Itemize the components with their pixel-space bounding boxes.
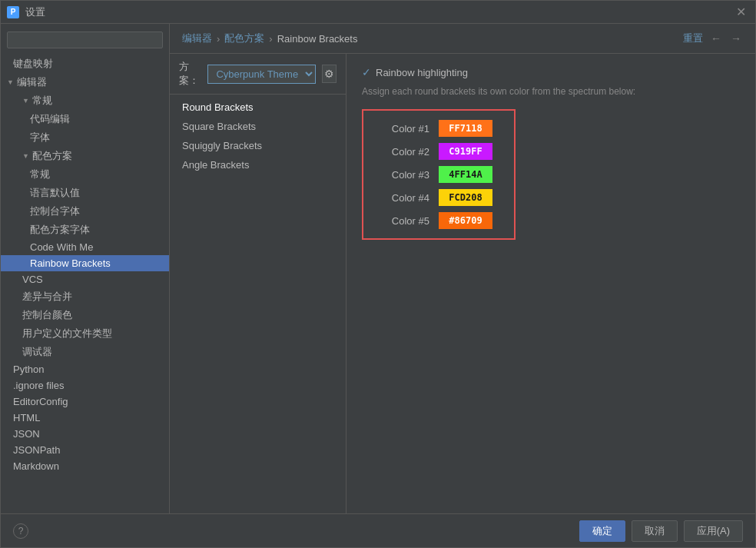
sidebar-item-editorconfig[interactable]: EditorConfig [1,394,169,410]
color-row-4: Color #4 FCD208 [376,189,502,206]
main-content: 键盘映射 ▼ 编辑器 ▼ 常规 代码编辑 字体 ▼ 配色方案 常规 语言默认值 … [1,24,755,513]
sidebar-item-codewithme[interactable]: Code With Me [1,239,169,255]
color-swatch-4[interactable]: FCD208 [439,189,492,206]
sidebar-item-ignore[interactable]: .ignore files [1,377,169,394]
search-input[interactable] [7,32,163,48]
bracket-item-square[interactable]: Square Brackets [170,117,346,136]
expand-icon: ▼ [7,78,14,86]
color-row-5: Color #5 #86709 [376,212,502,229]
sidebar-item-font[interactable]: 字体 [1,128,169,147]
breadcrumb-sep1: › [217,33,220,45]
app-icon: P [7,6,19,18]
bracket-list: Round Brackets Square Brackets Squiggly … [170,95,346,513]
rainbow-check-row: ✓ Rainbow highlighting [362,66,740,78]
sidebar-item-general-header[interactable]: ▼ 常规 [1,91,169,110]
color-label-3: Color #3 [376,169,429,181]
sidebar-item-code-edit[interactable]: 代码编辑 [1,110,169,128]
nav-forward-button[interactable]: → [729,32,743,45]
color-swatch-3[interactable]: 4FF14A [439,166,492,183]
close-button[interactable]: ✕ [733,5,749,19]
color-box-area: Color #1 FF7118 Color #2 C919FF Color #3… [362,109,516,240]
color-row-1: Color #1 FF7118 [376,120,502,137]
sidebar-item-debugger[interactable]: 调试器 [1,343,169,361]
sidebar-item-scheme-font[interactable]: 配色方案字体 [1,221,169,239]
breadcrumb-actions: 重置 ← → [683,32,743,45]
settings-window: P 设置 ✕ 键盘映射 ▼ 编辑器 ▼ 常规 代码编辑 字体 ▼ 配色方案 [0,0,756,548]
color-swatch-2[interactable]: C919FF [439,143,492,160]
sidebar-item-markdown[interactable]: Markdown [1,458,169,474]
breadcrumb-colorscheme[interactable]: 配色方案 [224,32,264,45]
bracket-item-angle[interactable]: Angle Brackets [170,155,346,174]
rainbow-label: Rainbow highlighting [376,67,468,78]
scheme-label: 方案： [179,60,201,88]
sidebar-item-diff[interactable]: 差异与合并 [1,287,169,306]
bracket-panel: 方案： Cyberpunk Theme Default Darcula ⚙ Ro… [170,54,346,513]
sidebar-item-lang-default[interactable]: 语言默认值 [1,184,169,202]
color-row-2: Color #2 C919FF [376,143,502,160]
bracket-item-squiggly[interactable]: Squiggly Brackets [170,136,346,155]
sidebar-item-console-font[interactable]: 控制台字体 [1,202,169,221]
breadcrumb-editor[interactable]: 编辑器 [182,32,212,45]
breadcrumb-sep2: › [269,33,272,45]
expand-icon-colorscheme: ▼ [22,152,29,160]
bottom-bar: ? 确定 取消 应用(A) [1,513,755,547]
breadcrumb-current: Rainbow Brackets [277,33,358,45]
color-panel: ✓ Rainbow highlighting Assign each round… [346,54,755,513]
main-panel: 编辑器 › 配色方案 › Rainbow Brackets 重置 ← → 方案： [170,24,755,513]
sidebar-item-user-file-types[interactable]: 用户定义的文件类型 [1,324,169,343]
rainbow-checkbox[interactable]: ✓ [362,66,371,78]
rainbow-description: Assign each round brackets its own color… [362,86,740,97]
color-swatch-5[interactable]: #86709 [439,212,492,229]
color-label-4: Color #4 [376,192,429,204]
sidebar-item-html[interactable]: HTML [1,410,169,426]
panel-content: 方案： Cyberpunk Theme Default Darcula ⚙ Ro… [170,54,755,513]
apply-button[interactable]: 应用(A) [684,520,743,542]
sidebar-item-jsonpath[interactable]: JSONPath [1,442,169,458]
help-area: ? [13,523,28,539]
sidebar-item-keyboard[interactable]: 键盘映射 [1,55,169,73]
sidebar-item-editor-header[interactable]: ▼ 编辑器 [1,73,169,91]
nav-back-button[interactable]: ← [709,32,723,45]
ok-button[interactable]: 确定 [579,520,625,542]
scheme-select[interactable]: Cyberpunk Theme Default Darcula [207,65,316,84]
sidebar-item-colorscheme-header[interactable]: ▼ 配色方案 [1,147,169,165]
scheme-settings-button[interactable]: ⚙ [322,65,337,83]
expand-icon-general: ▼ [22,97,29,105]
color-label-1: Color #1 [376,123,429,135]
help-button[interactable]: ? [13,523,28,539]
sidebar-item-general2[interactable]: 常规 [1,165,169,184]
reset-button[interactable]: 重置 [683,32,703,45]
color-row-3: Color #3 4FF14A [376,166,502,183]
color-label-5: Color #5 [376,215,429,227]
sidebar-item-console-color[interactable]: 控制台颜色 [1,306,169,324]
color-label-2: Color #2 [376,146,429,158]
sidebar-item-rainbow[interactable]: Rainbow Brackets [1,255,169,271]
color-swatch-1[interactable]: FF7118 [439,120,492,137]
breadcrumb: 编辑器 › 配色方案 › Rainbow Brackets 重置 ← → [170,24,755,54]
titlebar: P 设置 ✕ [1,1,755,24]
sidebar-item-vcs[interactable]: VCS [1,271,169,287]
sidebar-item-json[interactable]: JSON [1,426,169,442]
bracket-item-round[interactable]: Round Brackets [170,98,346,117]
search-box [1,28,169,51]
window-title: 设置 [25,5,45,19]
cancel-button[interactable]: 取消 [632,520,678,542]
scheme-row: 方案： Cyberpunk Theme Default Darcula ⚙ [170,54,346,95]
sidebar-item-python[interactable]: Python [1,361,169,377]
sidebar: 键盘映射 ▼ 编辑器 ▼ 常规 代码编辑 字体 ▼ 配色方案 常规 语言默认值 … [1,24,170,513]
